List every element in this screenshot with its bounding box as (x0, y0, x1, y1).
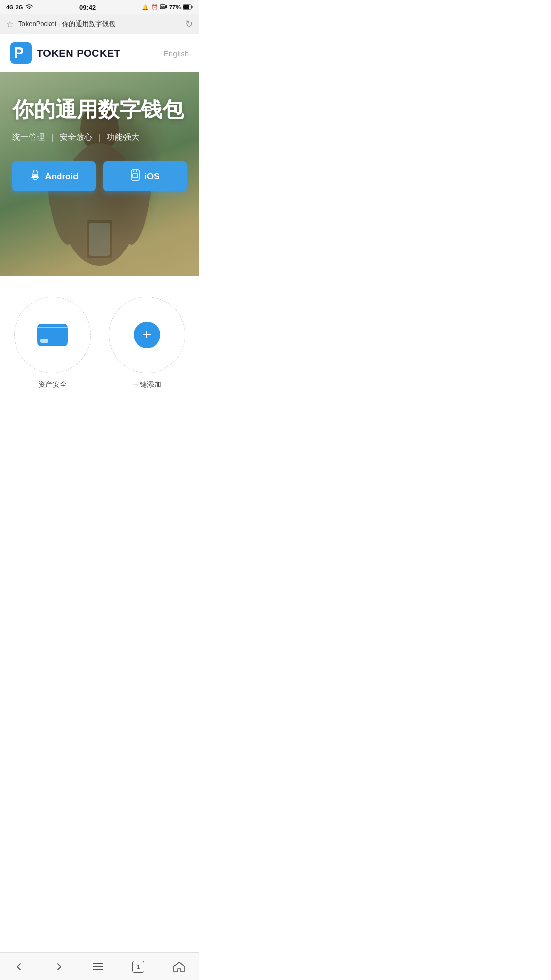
battery-label: 77% (169, 4, 181, 10)
signal-4g: 4G (6, 4, 14, 10)
ios-btn-label: iOS (144, 172, 159, 182)
android-icon (30, 169, 41, 183)
site-header: P TOKEN POCKET English (0, 34, 199, 72)
signal-2g: 2G (16, 4, 23, 10)
home-button[interactable] (168, 957, 190, 977)
wifi-icon (25, 4, 33, 11)
svg-rect-4 (192, 6, 193, 8)
wallet-icon (37, 324, 68, 346)
menu-button[interactable] (87, 957, 109, 976)
android-btn-label: Android (45, 172, 78, 182)
status-bar: 4G 2G 09:42 🔔 ⏰ HD 77% (0, 0, 199, 14)
svg-rect-12 (89, 223, 110, 256)
feature-circle-add: + (109, 297, 185, 373)
hero-divider-2: | (98, 132, 101, 143)
features-section: 资产安全 + 一键添加 (0, 276, 199, 400)
svg-text:P: P (14, 44, 24, 61)
hero-sub-2: 安全放心 (60, 132, 92, 143)
svg-line-16 (37, 171, 38, 173)
hero-subtitle: 统一管理 | 安全放心 | 功能强大 (12, 132, 187, 143)
svg-point-17 (34, 170, 35, 172)
features-grid: 资产安全 + 一键添加 (10, 297, 189, 389)
hero-divider-1: | (51, 132, 54, 143)
hero-section: 你的通用数字钱包 统一管理 | 安全放心 | 功能强大 Android iOS (0, 72, 199, 276)
forward-button[interactable] (48, 957, 69, 977)
feature-card-wallet: 资产安全 (10, 297, 94, 389)
android-download-button[interactable]: Android (12, 161, 96, 191)
hero-sub-3: 功能强大 (107, 132, 139, 143)
bookmark-icon[interactable]: ☆ (6, 19, 13, 29)
bell-icon: 🔔 (142, 4, 149, 11)
hd-call-icon: HD (160, 4, 167, 11)
url-text[interactable]: TokenPocket - 你的通用数字钱包 (18, 19, 180, 29)
browser-bar: ☆ TokenPocket - 你的通用数字钱包 ↻ (0, 14, 199, 34)
feature-card-add: + 一键添加 (105, 297, 189, 389)
status-right: 🔔 ⏰ HD 77% (142, 4, 193, 11)
logo-icon: P (10, 42, 32, 64)
svg-point-18 (36, 170, 37, 172)
status-left: 4G 2G (6, 4, 33, 11)
language-button[interactable]: English (164, 49, 189, 58)
svg-line-15 (33, 171, 34, 173)
hero-title: 你的通用数字钱包 (12, 97, 187, 122)
feature-label-wallet: 资产安全 (38, 380, 67, 389)
svg-text:HD: HD (161, 6, 165, 9)
hero-content: 你的通用数字钱包 统一管理 | 安全放心 | 功能强大 Android iOS (0, 72, 199, 207)
logo-area: P TOKEN POCKET (10, 42, 121, 64)
refresh-icon[interactable]: ↻ (185, 18, 193, 30)
svg-rect-3 (183, 5, 189, 9)
clock-icon: ⏰ (151, 4, 158, 11)
battery-icon (183, 4, 193, 11)
hero-buttons: Android iOS (12, 161, 187, 191)
svg-rect-22 (133, 174, 138, 178)
hero-sub-1: 统一管理 (12, 132, 45, 143)
bottom-nav: 1 (0, 952, 199, 980)
feature-label-add: 一键添加 (133, 380, 161, 389)
tab-count-badge: 1 (132, 961, 144, 973)
feature-circle-wallet (14, 297, 91, 373)
logo-text: TOKEN POCKET (37, 47, 121, 59)
ios-download-button[interactable]: iOS (103, 161, 187, 191)
back-button[interactable] (9, 957, 30, 977)
plus-icon: + (134, 322, 160, 348)
status-time: 09:42 (79, 4, 96, 11)
ios-icon (130, 169, 140, 183)
tab-switcher-button[interactable]: 1 (127, 955, 149, 978)
